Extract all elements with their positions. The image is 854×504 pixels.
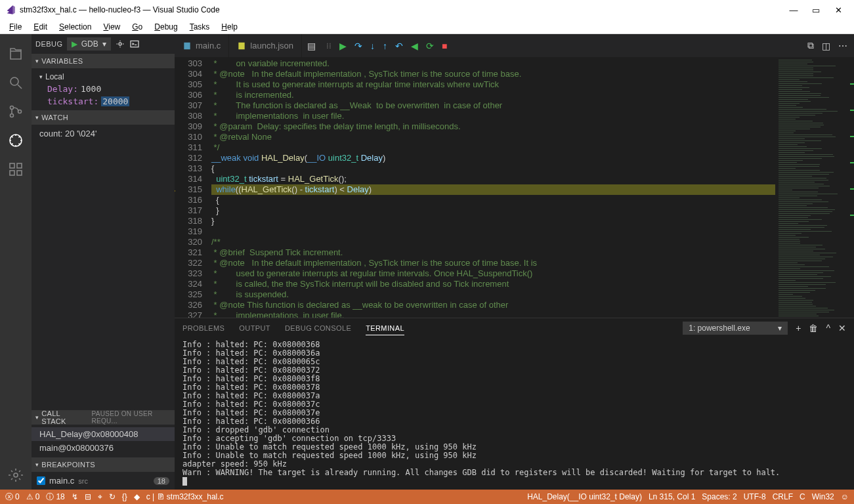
breakpoint-item[interactable]: main.c src18: [32, 474, 175, 487]
settings-gear-icon[interactable]: [0, 461, 32, 490]
kill-terminal-icon[interactable]: 🗑: [809, 323, 818, 333]
status-icon6[interactable]: ◆: [134, 492, 140, 501]
step-over-button[interactable]: ↷: [354, 41, 362, 51]
svg-rect-13: [239, 42, 245, 49]
tab-main-c[interactable]: main.c: [175, 34, 229, 57]
debug-label: DEBUG: [35, 40, 63, 48]
svg-rect-11: [131, 41, 139, 47]
maximize-panel-icon[interactable]: ^: [826, 323, 830, 333]
status-errors[interactable]: ⓧ 0: [5, 492, 20, 503]
status-icon3[interactable]: ⌖: [98, 492, 102, 501]
callstack-header[interactable]: ▾CALL STACK PAUSED ON USER REQU...: [32, 410, 175, 425]
activity-bar: [0, 34, 32, 490]
menu-debug[interactable]: Debug: [149, 21, 182, 33]
menu-tasks[interactable]: Tasks: [184, 21, 215, 33]
compare-icon[interactable]: ⧉: [807, 40, 814, 51]
callstack-frame[interactable]: main@0x08000376: [32, 441, 175, 455]
panel-tab-output[interactable]: OUTPUT: [239, 322, 270, 335]
status-spaces[interactable]: Spaces: 2: [702, 492, 737, 501]
variables-header[interactable]: ▾VARIABLES: [32, 54, 175, 68]
view-change-icon[interactable]: ▤: [307, 41, 316, 51]
status-icon4[interactable]: ↻: [109, 492, 116, 501]
variable-item[interactable]: tickstart: 20000: [32, 95, 175, 108]
status-bar: ⓧ 0 ⚠ 0 ⓘ 18 ↯ ⊟ ⌖ ↻ {} ◆ c | 🖹 stm32f3x…: [0, 490, 854, 504]
terminal-select[interactable]: 1: powershell.exe▾: [683, 322, 788, 335]
breakpoint-checkbox[interactable]: [37, 476, 45, 485]
debug-settings-icon[interactable]: [115, 39, 125, 49]
debug-toolbar: ⁞⁞ ▶ ↷ ↓ ↑ ↶ ◀ ⟳ ■: [321, 34, 452, 57]
menu-view[interactable]: View: [98, 21, 125, 33]
chevron-down-icon: ▾: [102, 39, 106, 49]
line-gutter[interactable]: 303304305306307308309310311312313314315▶…: [175, 57, 211, 318]
start-debug-icon: ▶: [72, 39, 77, 49]
variables-scope[interactable]: ▾Local: [32, 71, 175, 83]
titlebar: stm32f3xx_hal.c — hello-nucleo-f3 — Visu…: [0, 0, 854, 20]
panel-tab-problems[interactable]: PROBLEMS: [182, 322, 224, 335]
panel-tab-debug-console[interactable]: DEBUG CONSOLE: [285, 322, 351, 335]
svg-point-0: [11, 77, 18, 85]
watch-expression[interactable]: count: 20 '\024': [32, 127, 175, 140]
callstack-frame[interactable]: HAL_Delay@0x08000408: [32, 427, 175, 441]
split-editor-icon[interactable]: ◫: [822, 41, 830, 51]
panel-tab-terminal[interactable]: TERMINAL: [366, 322, 404, 335]
menubar: FileEditSelectionViewGoDebugTasksHelp: [0, 20, 854, 34]
reverse-button[interactable]: ◀: [411, 41, 418, 51]
stop-button[interactable]: ■: [442, 41, 447, 51]
status-icon5[interactable]: {}: [122, 492, 127, 501]
continue-button[interactable]: ▶: [339, 41, 347, 51]
watch-header[interactable]: ▾WATCH: [32, 110, 175, 125]
panel: PROBLEMSOUTPUTDEBUG CONSOLETERMINAL 1: p…: [175, 318, 854, 490]
debug-config-select[interactable]: ▶ GDB ▾: [67, 37, 111, 51]
more-icon[interactable]: ⋯: [838, 41, 847, 51]
debug-icon[interactable]: [0, 126, 32, 155]
close-button[interactable]: ✕: [832, 5, 845, 15]
status-icon2[interactable]: ⊟: [85, 492, 91, 501]
minimize-button[interactable]: —: [787, 5, 800, 15]
window-title: stm32f3xx_hal.c — hello-nucleo-f3 — Visu…: [20, 5, 220, 14]
extensions-icon[interactable]: [0, 155, 32, 184]
svg-point-4: [10, 135, 22, 146]
explorer-icon[interactable]: [0, 39, 32, 68]
svg-rect-12: [184, 42, 190, 49]
menu-selection[interactable]: Selection: [54, 21, 96, 33]
status-encoding[interactable]: UTF-8: [744, 492, 766, 501]
svg-point-1: [11, 106, 14, 110]
status-language[interactable]: C: [800, 492, 805, 501]
git-icon[interactable]: [0, 97, 32, 126]
status-os[interactable]: Win32: [812, 492, 834, 501]
status-function[interactable]: HAL_Delay(__IO uint32_t Delay): [527, 492, 642, 501]
status-info[interactable]: ⓘ 18: [46, 492, 64, 503]
tab-bar: main.c launch.json ▤ ⁞⁞ ▶ ↷ ↓ ↑ ↶ ◀ ⟳ ■ …: [175, 34, 854, 57]
status-feedback-icon[interactable]: ☺: [841, 492, 849, 501]
menu-edit[interactable]: Edit: [28, 21, 53, 33]
svg-rect-6: [17, 163, 22, 168]
menu-file[interactable]: File: [4, 21, 27, 33]
status-breadcrumb[interactable]: c | 🖹 stm32f3xx_hal.c: [146, 492, 224, 501]
maximize-button[interactable]: ▭: [809, 5, 822, 15]
status-position[interactable]: Ln 315, Col 1: [649, 492, 695, 501]
status-warnings[interactable]: ⚠ 0: [26, 492, 40, 501]
status-icon[interactable]: ↯: [72, 492, 78, 501]
minimap[interactable]: [775, 57, 854, 318]
restart-button[interactable]: ⟳: [426, 41, 434, 51]
svg-rect-5: [10, 163, 14, 168]
drag-handle-icon[interactable]: ⁞⁞: [326, 41, 331, 51]
menu-go[interactable]: Go: [127, 21, 148, 33]
new-terminal-icon[interactable]: +: [796, 323, 801, 333]
breakpoints-header[interactable]: ▾BREAKPOINTS: [32, 457, 175, 472]
status-eol[interactable]: CRLF: [773, 492, 793, 501]
terminal[interactable]: Info : halted: PC: 0x08000368 Info : hal…: [175, 338, 854, 490]
debug-sidebar: DEBUG ▶ GDB ▾ ▾VARIABLES ▾Local Delay: 1…: [32, 34, 175, 490]
tab-launch-json[interactable]: launch.json: [229, 34, 302, 57]
search-icon[interactable]: [0, 68, 32, 97]
step-back-button[interactable]: ↶: [395, 41, 403, 51]
variable-item[interactable]: Delay: 1000: [32, 83, 175, 95]
svg-point-9: [14, 473, 18, 477]
debug-console-icon[interactable]: [129, 39, 140, 49]
close-panel-icon[interactable]: ✕: [838, 323, 846, 333]
menu-help[interactable]: Help: [216, 21, 243, 33]
step-out-button[interactable]: ↑: [383, 41, 387, 51]
code-editor[interactable]: * on variable incremented. * @note In th…: [211, 57, 775, 318]
step-into-button[interactable]: ↓: [370, 41, 375, 51]
svg-rect-8: [17, 171, 22, 175]
